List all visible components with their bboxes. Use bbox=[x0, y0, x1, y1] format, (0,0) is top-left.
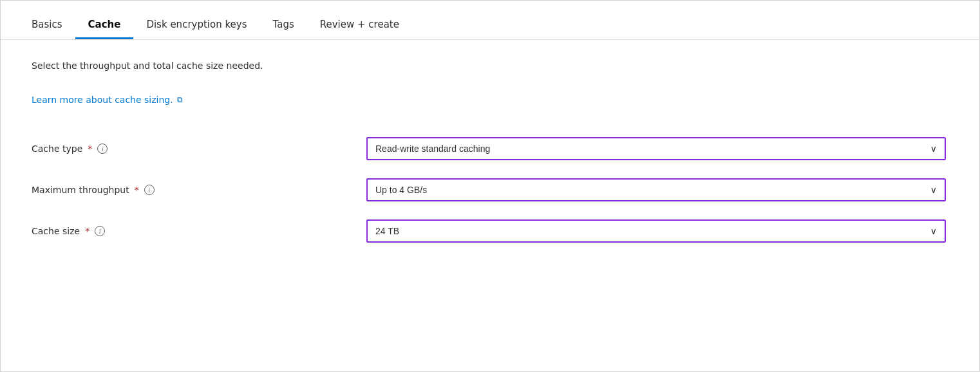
description-text: Select the throughput and total cache si… bbox=[32, 60, 948, 71]
tab-tags[interactable]: Tags bbox=[260, 12, 307, 39]
tab-cache[interactable]: Cache bbox=[75, 12, 134, 39]
learn-more-text: Learn more about cache sizing. bbox=[32, 95, 173, 105]
label-group-cache-type: Cache type*i bbox=[32, 144, 366, 154]
label-cache-size: Cache size bbox=[32, 226, 80, 236]
tab-bar: BasicsCacheDisk encryption keysTagsRevie… bbox=[1, 1, 979, 40]
form-row-maximum-throughput: Maximum throughput*iUp to 4 GB/sUp to 2 … bbox=[32, 169, 948, 210]
required-star-cache-size: * bbox=[85, 226, 90, 236]
dropdown-cache-type[interactable]: Read-write standard cachingRead-only cac… bbox=[366, 137, 946, 160]
dropdown-wrapper-maximum-throughput: Up to 4 GB/sUp to 2 GB/sUp to 8 GB/s∨ bbox=[366, 178, 946, 201]
info-icon-cache-size[interactable]: i bbox=[95, 226, 105, 236]
dropdown-cache-size[interactable]: 24 TB12 TB48 TB96 TB bbox=[366, 219, 946, 243]
label-cache-type: Cache type bbox=[32, 144, 82, 154]
main-content: Select the throughput and total cache si… bbox=[1, 40, 979, 371]
tab-basics[interactable]: Basics bbox=[32, 12, 75, 39]
form-row-cache-type: Cache type*iRead-write standard cachingR… bbox=[32, 128, 948, 169]
required-star-maximum-throughput: * bbox=[135, 185, 139, 195]
control-cache-type: Read-write standard cachingRead-only cac… bbox=[366, 137, 946, 160]
label-maximum-throughput: Maximum throughput bbox=[32, 185, 129, 195]
control-maximum-throughput: Up to 4 GB/sUp to 2 GB/sUp to 8 GB/s∨ bbox=[366, 178, 946, 201]
required-star-cache-type: * bbox=[88, 144, 92, 154]
dropdown-maximum-throughput[interactable]: Up to 4 GB/sUp to 2 GB/sUp to 8 GB/s bbox=[366, 178, 946, 201]
info-icon-cache-type[interactable]: i bbox=[97, 144, 108, 154]
page-container: BasicsCacheDisk encryption keysTagsRevie… bbox=[0, 0, 980, 372]
dropdown-wrapper-cache-type: Read-write standard cachingRead-only cac… bbox=[366, 137, 946, 160]
info-icon-maximum-throughput[interactable]: i bbox=[144, 185, 155, 195]
tab-review-create[interactable]: Review + create bbox=[307, 12, 412, 39]
control-cache-size: 24 TB12 TB48 TB96 TB∨ bbox=[366, 219, 946, 243]
form-row-cache-size: Cache size*i24 TB12 TB48 TB96 TB∨ bbox=[32, 210, 948, 252]
tab-disk-encryption-keys[interactable]: Disk encryption keys bbox=[133, 12, 259, 39]
form-fields: Cache type*iRead-write standard cachingR… bbox=[32, 128, 948, 252]
label-group-maximum-throughput: Maximum throughput*i bbox=[32, 185, 366, 195]
label-group-cache-size: Cache size*i bbox=[32, 226, 366, 236]
dropdown-wrapper-cache-size: 24 TB12 TB48 TB96 TB∨ bbox=[366, 219, 946, 243]
external-link-icon: ⧉ bbox=[177, 95, 183, 104]
learn-more-link[interactable]: Learn more about cache sizing. ⧉ bbox=[32, 95, 183, 105]
